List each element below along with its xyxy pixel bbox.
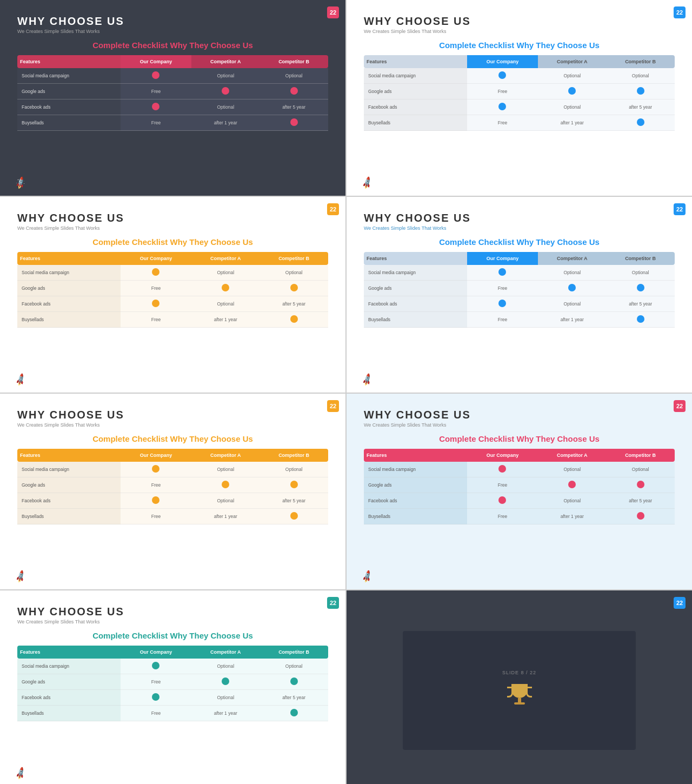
table-head: FeaturesOur CompanyCompetitor ACompetito… [17,55,328,68]
table-row: Facebook ads Optional after 5 year [17,690,328,706]
competitor-b-cell: after 5 year [260,296,328,312]
table-row: Google ads Free [364,281,675,296]
feature-label: Facebook ads [17,690,121,706]
table-head: FeaturesOur CompanyCompetitor ACompetito… [17,449,328,462]
company-cell [121,265,191,281]
feature-label: Social media campaign [17,265,121,281]
competitor-b-cell: Optional [606,265,675,281]
feature-label: Social media campaign [17,462,121,477]
competitor-a-cell: Optional [191,296,260,312]
table-head: FeaturesOur CompanyCompetitor ACompetito… [364,252,675,265]
competitor-b-cell [606,84,675,99]
company-cell: Free [467,84,538,99]
company-cell [121,690,191,706]
table-row: Buysellads Free after 1 year [364,312,675,328]
competitor-a-cell: Optional [191,68,260,84]
competitor-a-cell: after 1 year [191,115,260,131]
heading-accent: Choose Us [557,434,600,443]
slide-title: WHY CHOOSE US [17,212,328,224]
slide-subtitle: We Creates Simple Slides That Works [364,29,675,34]
competitor-a-cell [191,84,260,99]
table-header: Our Company [121,55,191,68]
company-cell [467,99,538,115]
heading-pre: Complete Checklist Why They [439,237,557,247]
heading-accent: Choose Us [211,631,253,640]
competitor-a-cell [538,477,606,493]
heading-pre: Complete Checklist Why They [439,434,557,443]
competitor-b-cell [260,281,328,296]
feature-label: Buysellads [17,706,121,721]
slide-badge: 22 [674,203,686,215]
slide-subtitle: We Creates Simple Slides That Works [364,225,675,231]
table-row: Facebook ads Optional after 5 year [364,99,675,115]
table-header: Competitor A [191,646,260,659]
table-row: Google ads Free [17,674,328,690]
company-cell: Free [121,115,191,131]
slide-4: 22 WHY CHOOSE US We Creates Simple Slide… [347,197,692,393]
comparison-table: FeaturesOur CompanyCompetitor ACompetito… [364,55,675,131]
table-header: Our Company [467,55,538,68]
comparison-table: FeaturesOur CompanyCompetitor ACompetito… [17,252,328,328]
company-cell: Free [121,706,191,721]
company-cell [467,462,538,477]
rocket-icon: 🚀 [362,375,372,385]
competitor-a-cell [191,477,260,493]
table-body: Social media campaign Optional Optional … [364,265,675,328]
table-header: Our Company [121,252,191,265]
table-row: Google ads Free [17,281,328,296]
feature-label: Google ads [17,477,121,493]
table-header: Competitor A [538,55,606,68]
table-row: Buysellads Free after 1 year [364,115,675,131]
slide-heading: Complete Checklist Why They Choose Us [364,237,675,247]
table-header: Our Company [121,449,191,462]
competitor-b-cell: after 5 year [606,493,675,509]
competitor-a-cell: Optional [191,493,260,509]
table-row: Google ads Free [17,84,328,99]
rocket-icon: 🚀 [15,572,26,582]
competitor-a-cell: after 1 year [191,706,260,721]
competitor-b-cell: Optional [260,68,328,84]
slide-subtitle: We Creates Simple Slides That Works [17,619,328,624]
feature-label: Social media campaign [364,462,467,477]
heading-accent: Choose Us [557,237,600,247]
company-cell [121,493,191,509]
table-body: Social media campaign Optional Optional … [364,68,675,131]
slide-heading: Complete Checklist Why They Choose Us [364,434,675,443]
competitor-a-cell [191,281,260,296]
table-header: Competitor A [538,449,606,462]
company-cell: Free [467,477,538,493]
slide-heading: Complete Checklist Why They Choose Us [17,237,328,247]
table-row: Social media campaign Optional Optional [17,659,328,674]
slide-title: WHY CHOOSE US [17,409,328,421]
competitor-a-cell: after 1 year [191,312,260,328]
competitor-b-cell: after 5 year [260,493,328,509]
table-row: Social media campaign Optional Optional [364,68,675,84]
competitor-b-cell: after 5 year [260,690,328,706]
table-row: Social media campaign Optional Optional [17,462,328,477]
table-header: Competitor B [606,449,675,462]
table-row: Social media campaign Optional Optional [364,462,675,477]
table-body: Social media campaign Optional Optional … [17,462,328,524]
competitor-a-cell [538,84,606,99]
competitor-a-cell: after 1 year [538,312,606,328]
heading-pre: Complete Checklist Why They [92,631,210,640]
table-body: Social media campaign Optional Optional … [364,462,675,524]
competitor-a-cell [538,281,606,296]
heading-accent: Choose Us [211,434,253,443]
competitor-b-cell [606,477,675,493]
table-header: Competitor B [260,646,328,659]
competitor-b-cell: Optional [260,462,328,477]
competitor-a-cell: Optional [538,493,606,509]
table-row: Facebook ads Optional after 5 year [17,99,328,115]
slide-1: 22 WHY CHOOSE US We Creates Simple Slide… [0,0,345,196]
company-cell: Free [467,509,538,524]
company-cell [121,296,191,312]
heading-pre: Complete Checklist Why They [92,237,210,247]
table-header: Competitor A [191,252,260,265]
company-cell: Free [121,312,191,328]
slide-subtitle: We Creates Simple Slides That Works [17,225,328,231]
table-header: Features [17,252,121,265]
table-header: Features [364,252,467,265]
competitor-b-cell: Optional [606,462,675,477]
competitor-a-cell: Optional [191,462,260,477]
